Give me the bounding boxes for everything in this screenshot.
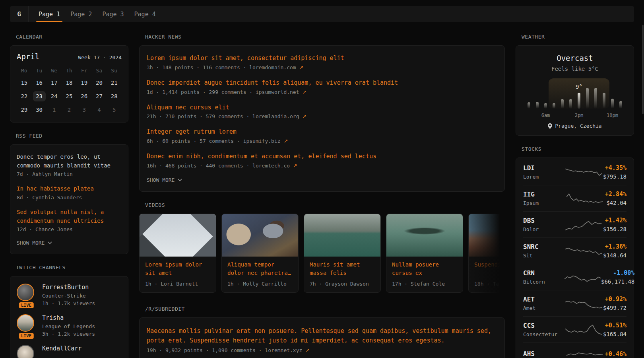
- subreddit-section-title: /R/SUBREDDIT: [145, 306, 505, 312]
- stock-row[interactable]: LDILorem+4.35%$795.18: [523, 159, 627, 185]
- hacker-news-item-domain[interactable]: loremlandia.org: [252, 113, 299, 119]
- video-card[interactable]: Suspendisse diam 18h · Tara: [468, 214, 505, 293]
- hacker-news-item-domain[interactable]: ipsumworld.net: [256, 89, 299, 95]
- rss-item-title[interactable]: Sed volutpat nulla nisl, a condimentum n…: [17, 208, 122, 225]
- calendar-week-year: Week 17 · 2024: [78, 54, 122, 60]
- stock-row[interactable]: CRNBitcorn-1.00%$66,171.48: [523, 264, 627, 290]
- app-logo[interactable]: G: [10, 6, 29, 22]
- twitch-channel-row[interactable]: LIVE KendallCarr: [17, 345, 122, 358]
- avatar: [17, 284, 34, 301]
- stock-change: +0.92%: [603, 296, 627, 303]
- hacker-news-item-title[interactable]: Lorem ipsum dolor sit amet, consectetur …: [147, 54, 497, 63]
- hacker-news-item: Donec enim nibh, condimentum et accumsan…: [147, 152, 497, 169]
- stock-info: SNRCSit: [523, 243, 564, 259]
- rss-item: Donec tempor eros leo, ut commodo mauris…: [17, 153, 122, 177]
- hacker-news-show-more-button[interactable]: SHOW MORE: [147, 177, 497, 183]
- hacker-news-item-domain[interactable]: loremtech.co: [252, 163, 290, 169]
- hacker-news-show-more-label: SHOW MORE: [147, 177, 175, 183]
- hacker-news-item-title[interactable]: Aliquam nec cursus elit: [147, 103, 497, 112]
- rss-item: In hac habitasse platea 8d · Cynthia Sau…: [17, 185, 122, 200]
- rss-item-title[interactable]: In hac habitasse platea: [17, 185, 122, 193]
- weather-location-row: Prague, Czechia: [524, 123, 626, 129]
- subreddit-section: /R/SUBREDDIT Maecenas mollis pulvinar er…: [139, 306, 505, 358]
- left-column: CALENDAR April Week 17 · 2024 Mo Tu: [10, 34, 128, 358]
- calendar-day: 3: [78, 105, 91, 115]
- stock-info: LDILorem: [523, 164, 564, 180]
- right-column: WEATHER Overcast Feels like 5°C 9°6am2pm…: [516, 34, 634, 358]
- stock-sparkline: [564, 218, 603, 232]
- twitch-channel-row[interactable]: LIVE Trisha League of Legends 3h · 1.2k …: [17, 314, 122, 337]
- rss-show-more-label: SHOW MORE: [17, 240, 45, 246]
- weather-bar: [561, 99, 564, 109]
- stock-symbol: CCS: [523, 322, 564, 329]
- twitch-channel-info: Trisha League of Legends 3h · 1.2k viewe…: [42, 314, 95, 337]
- active-tab-underline: [36, 21, 62, 22]
- video-card-body: Nullam posuere cursus ex 17h · Stefan Co…: [386, 257, 463, 292]
- rss-show-more-button[interactable]: SHOW MORE: [17, 240, 122, 246]
- video-title[interactable]: Mauris sit amet massa felis: [310, 261, 375, 277]
- stock-change: +1.42%: [603, 217, 627, 224]
- stock-row[interactable]: IIGIpsum+2.84%$42.04: [523, 185, 627, 211]
- calendar-day: 25: [63, 91, 76, 101]
- page-scrollbar[interactable]: [642, 25, 644, 114]
- weather-bar: [553, 103, 555, 109]
- video-card[interactable]: Lorem ipsum dolor sit amet consectetu… 1…: [139, 214, 216, 293]
- video-title[interactable]: Suspendisse diam: [474, 261, 505, 277]
- stock-sparkline: [564, 165, 603, 179]
- weather-time-label: 2pm: [575, 113, 584, 118]
- hacker-news-item-domain[interactable]: loremdomain.com: [249, 64, 296, 70]
- stock-price: $148.64: [603, 252, 627, 259]
- stock-row[interactable]: CCSConsectetur+0.51%$165.84: [523, 316, 627, 342]
- hacker-news-item-title[interactable]: Donec imperdiet augue tincidunt felis al…: [147, 79, 497, 88]
- stock-row[interactable]: AETAmet+0.92%$499.72: [523, 290, 627, 316]
- video-card[interactable]: Aliquam tempor dolor nec pharetra… 1h · …: [221, 214, 299, 293]
- video-meta: 17h · Stefan Cole: [392, 281, 457, 287]
- calendar-weekday-label: Th: [66, 68, 72, 74]
- weather-bar: [603, 93, 605, 109]
- calendar-week: Week 17: [78, 54, 100, 60]
- twitch-channel-row[interactable]: LIVE ForrestBurton Counter-Strike 1h · 1…: [17, 284, 122, 306]
- hacker-news-item-stats: 3h · 148 points · 116 comments ·: [147, 64, 249, 70]
- rss-widget: Donec tempor eros leo, ut commodo mauris…: [10, 144, 128, 254]
- chevron-down-icon: [178, 179, 182, 181]
- stock-row[interactable]: SNRCSit+1.36%$148.64: [523, 237, 627, 264]
- video-card[interactable]: Nullam posuere cursus ex 17h · Stefan Co…: [386, 214, 463, 293]
- weather-bar: [528, 102, 530, 109]
- stock-info: IIGIpsum: [523, 191, 564, 206]
- page-tab-label: Page 2: [70, 11, 92, 18]
- subreddit-item-domain[interactable]: loremnet.xyz: [265, 347, 302, 353]
- top-bar: G Page 1 Page 2 Page 3 Page 4: [10, 6, 634, 22]
- calendar-section-title: CALENDAR: [16, 34, 128, 40]
- calendar-day: 15: [18, 78, 31, 88]
- stock-row[interactable]: DBSDolor+1.42%$156.28: [523, 211, 627, 237]
- subreddit-widget: Maecenas mollis pulvinar erat non posuer…: [139, 317, 505, 358]
- weather-current-temp: 9°: [576, 84, 582, 90]
- stock-sparkline: [564, 348, 605, 358]
- subreddit-item-stats: 19h · 9,932 points · 1,090 comments ·: [147, 347, 265, 353]
- page-tab[interactable]: Page 1: [39, 6, 60, 22]
- hacker-news-item-title[interactable]: Donec enim nibh, condimentum et accumsan…: [147, 152, 497, 161]
- calendar-weekday-label: Sa: [96, 68, 103, 74]
- subreddit-item-meta: 19h · 9,932 points · 1,090 comments · lo…: [147, 347, 497, 353]
- weather-section-title: WEATHER: [522, 34, 634, 40]
- weather-bar: [619, 101, 622, 109]
- video-title[interactable]: Nullam posuere cursus ex: [392, 261, 457, 277]
- video-title[interactable]: Lorem ipsum dolor sit amet consectetu…: [145, 261, 210, 277]
- hacker-news-item-title[interactable]: Integer eget rutrum lorem: [147, 128, 497, 136]
- stock-row[interactable]: AHS+0.46%: [523, 342, 627, 358]
- subreddit-item-title[interactable]: Maecenas mollis pulvinar erat non posuer…: [147, 326, 497, 345]
- rss-item-title[interactable]: Donec tempor eros leo, ut commodo mauris…: [17, 153, 122, 170]
- hacker-news-item-domain[interactable]: ipsumify.biz: [243, 138, 281, 144]
- rss-item-meta: 7d · Ashlyn Martin: [17, 171, 122, 177]
- video-title[interactable]: Aliquam tempor dolor nec pharetra…: [227, 261, 293, 277]
- page-tab[interactable]: Page 3: [102, 6, 124, 22]
- twitch-channel-category: Counter-Strike: [42, 293, 95, 299]
- hacker-news-item-stats: 21h · 710 points · 579 comments ·: [147, 113, 252, 119]
- video-card[interactable]: Mauris sit amet massa felis 7h · Grayson…: [304, 214, 381, 293]
- stock-name: Ipsum: [523, 200, 564, 206]
- page-tab[interactable]: Page 2: [70, 6, 92, 22]
- page-tab[interactable]: Page 4: [134, 6, 156, 22]
- twitch-avatar-wrap: LIVE: [17, 314, 36, 337]
- hacker-news-item: Donec imperdiet augue tincidunt felis al…: [147, 79, 497, 95]
- hacker-news-item-meta: 16h · 468 points · 440 comments · loremt…: [147, 163, 497, 169]
